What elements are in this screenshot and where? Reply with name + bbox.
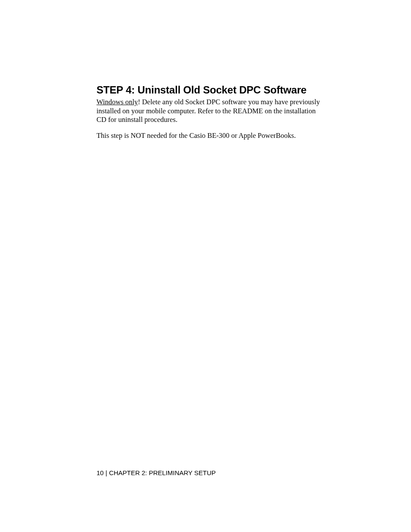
paragraph-2: This step is NOT needed for the Casio BE… xyxy=(97,131,325,140)
windows-only-label: Windows only xyxy=(97,98,138,106)
page-footer: 10 | CHAPTER 2: PRELIMINARY SETUP xyxy=(97,469,216,476)
paragraph-1: Windows only! Delete any old Socket DPC … xyxy=(97,98,325,124)
step-heading: STEP 4: Uninstall Old Socket DPC Softwar… xyxy=(97,84,325,96)
page-content: STEP 4: Uninstall Old Socket DPC Softwar… xyxy=(97,84,325,147)
